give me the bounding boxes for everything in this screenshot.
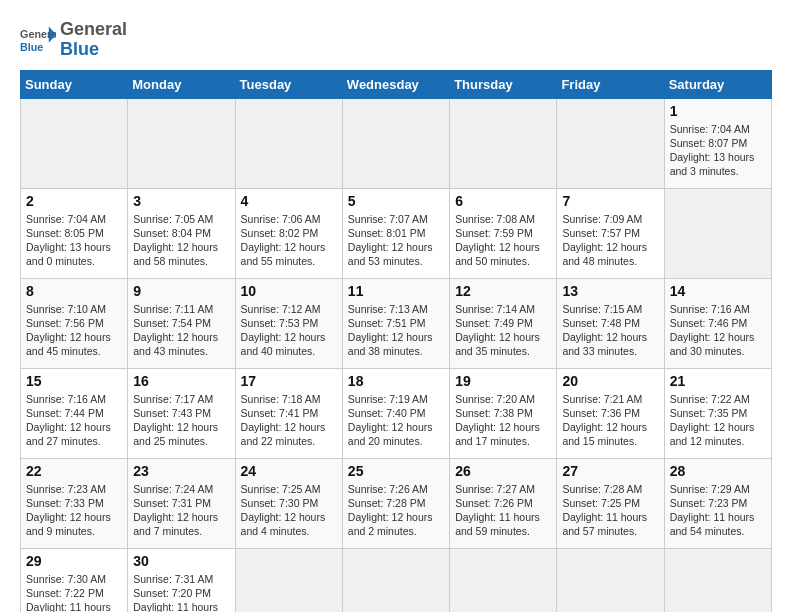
day-info: Sunrise: 7:13 AM Sunset: 7:51 PM Dayligh… (348, 302, 444, 359)
day-number: 9 (133, 283, 229, 299)
sunset-text: Sunset: 8:07 PM (670, 136, 766, 150)
calendar-cell (21, 98, 128, 188)
day-info: Sunrise: 7:04 AM Sunset: 8:07 PM Dayligh… (670, 122, 766, 179)
sunrise-text: Sunrise: 7:21 AM (562, 392, 658, 406)
calendar-week-1: 2 Sunrise: 7:04 AM Sunset: 8:05 PM Dayli… (21, 188, 772, 278)
calendar-cell (235, 98, 342, 188)
sunrise-text: Sunrise: 7:31 AM (133, 572, 229, 586)
sunrise-text: Sunrise: 7:25 AM (241, 482, 337, 496)
sunset-text: Sunset: 7:36 PM (562, 406, 658, 420)
daylight-text: Daylight: 12 hours and 45 minutes. (26, 330, 122, 358)
day-info: Sunrise: 7:29 AM Sunset: 7:23 PM Dayligh… (670, 482, 766, 539)
day-number: 13 (562, 283, 658, 299)
daylight-text: Daylight: 12 hours and 35 minutes. (455, 330, 551, 358)
day-info: Sunrise: 7:08 AM Sunset: 7:59 PM Dayligh… (455, 212, 551, 269)
sunrise-text: Sunrise: 7:14 AM (455, 302, 551, 316)
day-number: 27 (562, 463, 658, 479)
daylight-text: Daylight: 12 hours and 15 minutes. (562, 420, 658, 448)
weekday-header-sunday: Sunday (21, 70, 128, 98)
sunrise-text: Sunrise: 7:22 AM (670, 392, 766, 406)
day-info: Sunrise: 7:17 AM Sunset: 7:43 PM Dayligh… (133, 392, 229, 449)
calendar-cell: 1 Sunrise: 7:04 AM Sunset: 8:07 PM Dayli… (664, 98, 771, 188)
calendar-cell: 16 Sunrise: 7:17 AM Sunset: 7:43 PM Dayl… (128, 368, 235, 458)
daylight-text: Daylight: 11 hours and 59 minutes. (455, 510, 551, 538)
day-number: 20 (562, 373, 658, 389)
day-number: 30 (133, 553, 229, 569)
calendar-cell (235, 548, 342, 612)
calendar-week-2: 8 Sunrise: 7:10 AM Sunset: 7:56 PM Dayli… (21, 278, 772, 368)
daylight-text: Daylight: 12 hours and 12 minutes. (670, 420, 766, 448)
day-info: Sunrise: 7:18 AM Sunset: 7:41 PM Dayligh… (241, 392, 337, 449)
day-number: 24 (241, 463, 337, 479)
calendar-cell: 25 Sunrise: 7:26 AM Sunset: 7:28 PM Dayl… (342, 458, 449, 548)
day-info: Sunrise: 7:10 AM Sunset: 7:56 PM Dayligh… (26, 302, 122, 359)
sunrise-text: Sunrise: 7:13 AM (348, 302, 444, 316)
sunset-text: Sunset: 7:48 PM (562, 316, 658, 330)
daylight-text: Daylight: 12 hours and 38 minutes. (348, 330, 444, 358)
daylight-text: Daylight: 12 hours and 50 minutes. (455, 240, 551, 268)
sunset-text: Sunset: 7:40 PM (348, 406, 444, 420)
calendar-cell: 26 Sunrise: 7:27 AM Sunset: 7:26 PM Dayl… (450, 458, 557, 548)
sunrise-text: Sunrise: 7:27 AM (455, 482, 551, 496)
sunrise-text: Sunrise: 7:06 AM (241, 212, 337, 226)
calendar-cell: 5 Sunrise: 7:07 AM Sunset: 8:01 PM Dayli… (342, 188, 449, 278)
day-number: 25 (348, 463, 444, 479)
day-number: 26 (455, 463, 551, 479)
day-number: 28 (670, 463, 766, 479)
sunrise-text: Sunrise: 7:09 AM (562, 212, 658, 226)
day-info: Sunrise: 7:23 AM Sunset: 7:33 PM Dayligh… (26, 482, 122, 539)
sunset-text: Sunset: 7:43 PM (133, 406, 229, 420)
sunset-text: Sunset: 7:54 PM (133, 316, 229, 330)
weekday-header-wednesday: Wednesday (342, 70, 449, 98)
calendar-cell (664, 188, 771, 278)
calendar-cell: 14 Sunrise: 7:16 AM Sunset: 7:46 PM Dayl… (664, 278, 771, 368)
weekday-header-thursday: Thursday (450, 70, 557, 98)
day-info: Sunrise: 7:26 AM Sunset: 7:28 PM Dayligh… (348, 482, 444, 539)
weekday-header-monday: Monday (128, 70, 235, 98)
sunrise-text: Sunrise: 7:29 AM (670, 482, 766, 496)
sunrise-text: Sunrise: 7:07 AM (348, 212, 444, 226)
sunrise-text: Sunrise: 7:04 AM (670, 122, 766, 136)
day-info: Sunrise: 7:05 AM Sunset: 8:04 PM Dayligh… (133, 212, 229, 269)
daylight-text: Daylight: 12 hours and 22 minutes. (241, 420, 337, 448)
sunrise-text: Sunrise: 7:26 AM (348, 482, 444, 496)
sunset-text: Sunset: 7:56 PM (26, 316, 122, 330)
daylight-text: Daylight: 13 hours and 0 minutes. (26, 240, 122, 268)
sunrise-text: Sunrise: 7:11 AM (133, 302, 229, 316)
calendar-cell: 8 Sunrise: 7:10 AM Sunset: 7:56 PM Dayli… (21, 278, 128, 368)
day-number: 10 (241, 283, 337, 299)
calendar-body: 1 Sunrise: 7:04 AM Sunset: 8:07 PM Dayli… (21, 98, 772, 612)
sunset-text: Sunset: 7:28 PM (348, 496, 444, 510)
sunset-text: Sunset: 7:53 PM (241, 316, 337, 330)
calendar-cell: 11 Sunrise: 7:13 AM Sunset: 7:51 PM Dayl… (342, 278, 449, 368)
sunset-text: Sunset: 7:46 PM (670, 316, 766, 330)
sunset-text: Sunset: 8:04 PM (133, 226, 229, 240)
calendar-cell: 20 Sunrise: 7:21 AM Sunset: 7:36 PM Dayl… (557, 368, 664, 458)
calendar-cell (557, 98, 664, 188)
day-number: 1 (670, 103, 766, 119)
weekday-header-saturday: Saturday (664, 70, 771, 98)
sunrise-text: Sunrise: 7:28 AM (562, 482, 658, 496)
calendar-cell: 21 Sunrise: 7:22 AM Sunset: 7:35 PM Dayl… (664, 368, 771, 458)
sunset-text: Sunset: 7:41 PM (241, 406, 337, 420)
calendar-week-4: 22 Sunrise: 7:23 AM Sunset: 7:33 PM Dayl… (21, 458, 772, 548)
sunset-text: Sunset: 7:35 PM (670, 406, 766, 420)
sunset-text: Sunset: 7:31 PM (133, 496, 229, 510)
daylight-text: Daylight: 12 hours and 53 minutes. (348, 240, 444, 268)
day-number: 23 (133, 463, 229, 479)
calendar-cell (342, 98, 449, 188)
calendar-cell: 19 Sunrise: 7:20 AM Sunset: 7:38 PM Dayl… (450, 368, 557, 458)
day-number: 17 (241, 373, 337, 389)
calendar-cell (557, 548, 664, 612)
daylight-text: Daylight: 11 hours and 57 minutes. (562, 510, 658, 538)
day-info: Sunrise: 7:21 AM Sunset: 7:36 PM Dayligh… (562, 392, 658, 449)
sunset-text: Sunset: 7:33 PM (26, 496, 122, 510)
daylight-text: Daylight: 12 hours and 58 minutes. (133, 240, 229, 268)
daylight-text: Daylight: 12 hours and 20 minutes. (348, 420, 444, 448)
sunrise-text: Sunrise: 7:16 AM (670, 302, 766, 316)
daylight-text: Daylight: 12 hours and 55 minutes. (241, 240, 337, 268)
sunset-text: Sunset: 8:02 PM (241, 226, 337, 240)
sunrise-text: Sunrise: 7:20 AM (455, 392, 551, 406)
daylight-text: Daylight: 11 hours and 49 minutes. (133, 600, 229, 612)
sunrise-text: Sunrise: 7:23 AM (26, 482, 122, 496)
